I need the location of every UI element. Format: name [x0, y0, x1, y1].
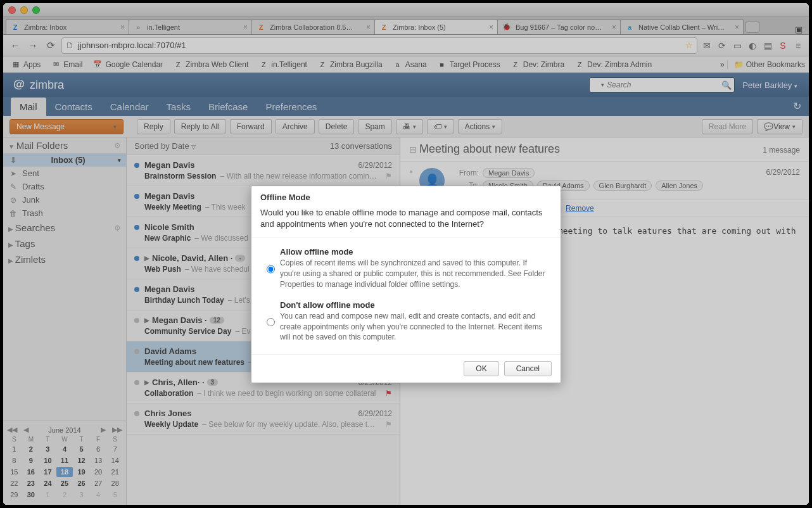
dont-allow-offline-radio[interactable]: [267, 302, 275, 343]
dialog-text: Would you like to enable offline mode to…: [251, 205, 561, 238]
ok-button[interactable]: OK: [464, 361, 498, 376]
modal-overlay: Offline Mode Would you like to enable of…: [3, 3, 809, 505]
cancel-button[interactable]: Cancel: [504, 361, 552, 376]
dont-allow-offline-label: Don't allow offline mode: [280, 300, 545, 310]
allow-offline-radio[interactable]: [267, 248, 275, 289]
dont-allow-offline-desc: You can read and compose new mail, edit …: [280, 311, 545, 343]
offline-mode-dialog: Offline Mode Would you like to enable of…: [251, 186, 561, 383]
allow-offline-desc: Copies of recent items will be synchroni…: [280, 258, 545, 289]
dialog-title: Offline Mode: [251, 186, 561, 205]
allow-offline-label: Allow offline mode: [280, 247, 545, 257]
